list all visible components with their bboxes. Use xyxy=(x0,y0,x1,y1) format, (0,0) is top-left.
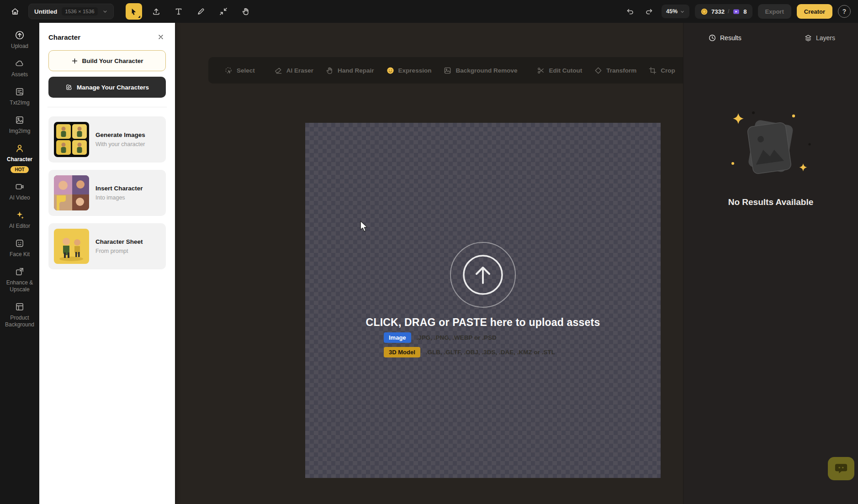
hand-icon xyxy=(325,66,334,75)
home-button[interactable] xyxy=(7,4,23,19)
hot-badge: HOT xyxy=(11,166,28,173)
card-text: Insert Character Into images xyxy=(95,185,143,201)
model-format-text: .GLB, .GLTF, .OBJ, .3DS, .DAE, .KMZ or .… xyxy=(426,349,555,356)
character-sheet-card[interactable]: Character Sheet From prompt xyxy=(48,223,166,269)
upload-headline: CLICK, DRAG or PASTE here to upload asse… xyxy=(305,316,661,329)
sidebar-item-enhance-upscale[interactable]: Enhance & Upscale xyxy=(1,267,38,293)
canvas-dropzone[interactable]: CLICK, DRAG or PASTE here to upload asse… xyxy=(305,123,661,478)
upload-circle-icon xyxy=(449,241,517,309)
credits-count: 7332 xyxy=(711,8,725,15)
chat-widget-button[interactable] xyxy=(828,457,854,480)
fast-credits-count: 8 xyxy=(743,8,747,15)
sidebar-item-character[interactable]: Character HOT xyxy=(1,143,38,173)
eraser-icon xyxy=(274,66,283,75)
sidebar-item-upload[interactable]: Upload xyxy=(1,30,38,50)
toolbar-item-transform[interactable]: Transform xyxy=(588,66,642,75)
results-panel: Results Layers xyxy=(683,23,858,504)
toolbar-label: Edit Cutout xyxy=(549,67,582,74)
plus-icon xyxy=(71,58,78,64)
card-text: Generate Images With your character xyxy=(95,131,145,147)
draw-tool-button[interactable] xyxy=(193,3,209,20)
toolbar-item-hand-repair[interactable]: Hand Repair xyxy=(319,66,380,75)
manage-characters-label: Manage Your Characters xyxy=(77,84,149,91)
shrink-tool-button[interactable] xyxy=(215,3,232,20)
sidebar-item-label: Img2Img xyxy=(9,128,31,135)
toolbar-item-background-remove[interactable]: Background Remove xyxy=(437,66,523,75)
toolbar-item-ai-eraser[interactable]: AI Eraser xyxy=(268,66,319,75)
manage-characters-button[interactable]: Manage Your Characters xyxy=(48,77,166,98)
upload-icon xyxy=(152,7,161,16)
person-icon xyxy=(15,143,25,153)
upload-tool-button[interactable] xyxy=(148,3,164,20)
model-format-badge: 3D Model xyxy=(384,347,420,357)
toolbar-label: Select xyxy=(237,67,255,74)
chevron-down-icon xyxy=(680,9,685,14)
sidebar-item-img2img[interactable]: Img2Img xyxy=(1,115,38,135)
credits-display[interactable]: 7332 / 8 xyxy=(695,4,752,19)
cloud-icon xyxy=(15,58,25,68)
tab-layers[interactable]: Layers xyxy=(804,34,835,42)
cursor-icon xyxy=(129,7,138,16)
chat-icon xyxy=(834,462,848,475)
toolbar-item-select[interactable]: Select xyxy=(218,66,261,75)
home-icon xyxy=(11,7,20,16)
sidebar-item-assets[interactable]: Assets xyxy=(1,58,38,78)
toolbar-item-expression[interactable]: Expression xyxy=(380,66,438,75)
document-menu[interactable]: Untitled 1536 × 1536 xyxy=(28,4,114,19)
sidebar-item-face-kit[interactable]: Face Kit xyxy=(1,238,38,258)
face-icon xyxy=(15,238,25,248)
generate-images-card[interactable]: Generate Images With your character xyxy=(48,116,166,163)
toolbar-item-edit-cutout[interactable]: Edit Cutout xyxy=(530,66,588,75)
help-button[interactable]: ? xyxy=(838,5,851,18)
panel-divider xyxy=(48,107,167,107)
zoom-value: 45% xyxy=(666,8,678,15)
card-title: Character Sheet xyxy=(95,238,143,245)
insert-character-thumbnail xyxy=(54,175,89,210)
gem-icon xyxy=(732,8,740,16)
redo-button[interactable] xyxy=(642,5,656,18)
transform-icon xyxy=(594,66,603,75)
upscale-icon xyxy=(15,267,25,277)
toolbar-item-crop[interactable]: Crop xyxy=(642,66,681,75)
sidebar: Upload Assets Txt2Img Img2Img Character xyxy=(0,23,39,504)
export-button[interactable]: Export xyxy=(758,4,791,19)
sidebar-item-ai-editor[interactable]: AI Editor xyxy=(1,210,38,230)
sidebar-item-label: Upload xyxy=(11,43,28,50)
pen-icon xyxy=(196,7,206,16)
insert-character-card[interactable]: Insert Character Into images xyxy=(48,170,166,216)
topbar-right: 45% 7332 / 8 Export Creator ? xyxy=(623,4,851,19)
toolbar-label: Hand Repair xyxy=(338,67,374,74)
build-character-button[interactable]: Build Your Character xyxy=(48,50,166,71)
sidebar-item-ai-video[interactable]: AI Video xyxy=(1,182,38,201)
undo-button[interactable] xyxy=(623,5,637,18)
creator-button[interactable]: Creator xyxy=(797,4,832,19)
crop-icon xyxy=(648,66,657,75)
toolbar-label: AI Eraser xyxy=(286,67,313,74)
topbar: Untitled 1536 × 1536 xyxy=(0,0,858,23)
build-character-label: Build Your Character xyxy=(82,58,143,64)
select-tool-button[interactable] xyxy=(126,3,142,20)
sidebar-item-label: AI Editor xyxy=(9,223,30,230)
product-box-icon xyxy=(15,302,25,312)
card-subtitle: From prompt xyxy=(95,248,143,254)
sidebar-item-txt2img[interactable]: Txt2Img xyxy=(1,87,38,106)
close-icon xyxy=(157,33,164,41)
credits-divider: / xyxy=(728,8,729,15)
image-format-row: Image .JPG, .PNG, .WEBP or .PSD xyxy=(384,332,497,343)
sidebar-item-label: Txt2Img xyxy=(10,100,29,106)
zoom-select[interactable]: 45% xyxy=(662,5,689,18)
results-panel-header: Results Layers xyxy=(683,23,858,42)
text-tool-button[interactable] xyxy=(170,3,187,20)
pan-tool-button[interactable] xyxy=(238,3,254,20)
tab-layers-label: Layers xyxy=(816,34,835,42)
card-title: Insert Character xyxy=(95,185,143,192)
card-title: Generate Images xyxy=(95,131,145,138)
sidebar-item-product-background[interactable]: Product Background xyxy=(1,302,38,328)
history-icon xyxy=(708,34,716,42)
sidebar-item-label: Face Kit xyxy=(10,251,30,258)
close-panel-button[interactable] xyxy=(156,32,166,42)
tab-results[interactable]: Results xyxy=(708,34,741,42)
card-subtitle: Into images xyxy=(95,194,143,201)
document-title: Untitled xyxy=(34,8,57,15)
select-marquee-icon xyxy=(224,66,233,75)
